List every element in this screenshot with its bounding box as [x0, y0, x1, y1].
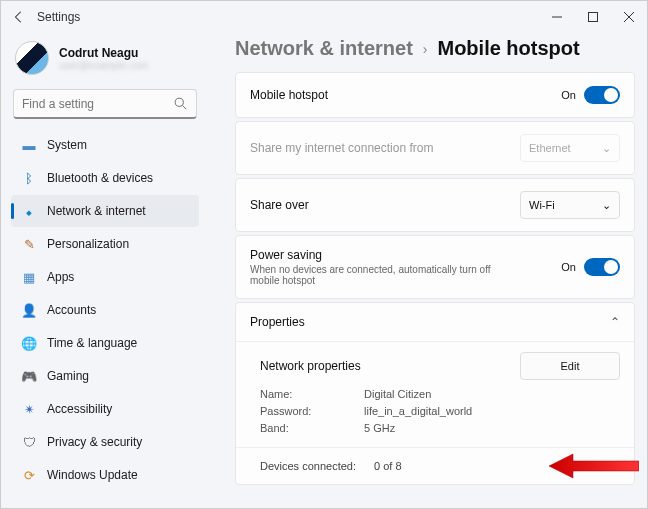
back-button[interactable] [7, 5, 31, 29]
sidebar-item-accounts[interactable]: 👤Accounts [11, 294, 199, 326]
globe-icon: 🌐 [21, 335, 37, 351]
sidebar-item-label: Accounts [47, 303, 96, 317]
sidebar-item-label: Bluetooth & devices [47, 171, 153, 185]
sidebar-item-label: Personalization [47, 237, 129, 251]
share-from-dropdown: Ethernet ⌄ [520, 134, 620, 162]
properties-header[interactable]: Properties ⌃ [236, 303, 634, 341]
close-button[interactable] [611, 1, 647, 33]
sidebar-item-label: Apps [47, 270, 74, 284]
hotspot-toggle[interactable] [584, 86, 620, 104]
devices-key: Devices connected: [260, 460, 356, 472]
row-label: Mobile hotspot [250, 88, 328, 102]
sidebar-item-label: Windows Update [47, 468, 138, 482]
dropdown-value: Wi-Fi [529, 199, 555, 211]
edit-button[interactable]: Edit [520, 352, 620, 380]
row-mobile-hotspot: Mobile hotspot On [235, 72, 635, 118]
sidebar-item-privacy[interactable]: 🛡Privacy & security [11, 426, 199, 458]
sidebar-item-network[interactable]: ⬥Network & internet [11, 195, 199, 227]
prop-name-value: Digital Citizen [364, 388, 431, 400]
chevron-right-icon: › [423, 41, 428, 57]
prop-password-key: Password: [260, 405, 360, 417]
breadcrumb: Network & internet › Mobile hotspot [235, 33, 635, 72]
sidebar-item-update[interactable]: ⟳Windows Update [11, 459, 199, 491]
apps-icon: ▦ [21, 269, 37, 285]
row-label: Share my internet connection from [250, 141, 433, 155]
sidebar-item-label: Accessibility [47, 402, 112, 416]
gaming-icon: 🎮 [21, 368, 37, 384]
sidebar: Codrut Neagu user@example.com ▬System ᛒB… [1, 33, 201, 508]
sidebar-item-label: Privacy & security [47, 435, 142, 449]
window-title: Settings [37, 10, 80, 24]
row-label: Share over [250, 198, 309, 212]
search-input[interactable] [22, 97, 172, 111]
svg-marker-4 [549, 454, 639, 478]
row-label: Power saving [250, 248, 500, 262]
user-block[interactable]: Codrut Neagu user@example.com [11, 37, 199, 83]
sidebar-item-apps[interactable]: ▦Apps [11, 261, 199, 293]
prop-band-value: 5 GHz [364, 422, 395, 434]
chevron-up-icon: ⌃ [610, 315, 620, 329]
search-box[interactable] [13, 89, 197, 119]
sidebar-item-personalization[interactable]: ✎Personalization [11, 228, 199, 260]
sidebar-item-accessibility[interactable]: ✴Accessibility [11, 393, 199, 425]
sidebar-item-label: Network & internet [47, 204, 146, 218]
devices-connected-row: Devices connected: 0 of 8 [236, 447, 634, 484]
main-panel: Network & internet › Mobile hotspot Mobi… [201, 33, 647, 508]
row-share-from: Share my internet connection from Ethern… [235, 121, 635, 175]
wifi-icon: ⬥ [21, 203, 37, 219]
search-icon [172, 96, 188, 112]
user-name: Codrut Neagu [59, 46, 148, 60]
sidebar-item-gaming[interactable]: 🎮Gaming [11, 360, 199, 392]
prop-password-value: life_in_a_digital_world [364, 405, 472, 417]
user-email: user@example.com [59, 60, 148, 71]
system-icon: ▬ [21, 137, 37, 153]
svg-line-3 [182, 106, 186, 110]
sidebar-item-time[interactable]: 🌐Time & language [11, 327, 199, 359]
sidebar-item-label: System [47, 138, 87, 152]
update-icon: ⟳ [21, 467, 37, 483]
accessibility-icon: ✴ [21, 401, 37, 417]
dropdown-value: Ethernet [529, 142, 571, 154]
row-share-over: Share over Wi-Fi ⌄ [235, 178, 635, 232]
brush-icon: ✎ [21, 236, 37, 252]
toggle-state: On [561, 261, 576, 273]
properties-section: Properties ⌃ Network properties Edit Nam… [235, 302, 635, 485]
share-over-dropdown[interactable]: Wi-Fi ⌄ [520, 191, 620, 219]
row-subtext: When no devices are connected, automatic… [250, 264, 500, 286]
toggle-state: On [561, 89, 576, 101]
maximize-button[interactable] [575, 1, 611, 33]
sidebar-item-label: Gaming [47, 369, 89, 383]
shield-icon: 🛡 [21, 434, 37, 450]
breadcrumb-parent[interactable]: Network & internet [235, 37, 413, 60]
sidebar-item-system[interactable]: ▬System [11, 129, 199, 161]
breadcrumb-current: Mobile hotspot [437, 37, 579, 60]
avatar [15, 41, 49, 75]
bluetooth-icon: ᛒ [21, 170, 37, 186]
svg-rect-1 [589, 13, 598, 22]
row-power-saving: Power saving When no devices are connect… [235, 235, 635, 299]
chevron-down-icon: ⌄ [602, 142, 611, 155]
prop-name-key: Name: [260, 388, 360, 400]
minimize-button[interactable] [539, 1, 575, 33]
titlebar: Settings [1, 1, 647, 33]
accounts-icon: 👤 [21, 302, 37, 318]
properties-title: Properties [250, 315, 305, 329]
chevron-down-icon: ⌄ [602, 199, 611, 212]
sidebar-item-label: Time & language [47, 336, 137, 350]
prop-band-key: Band: [260, 422, 360, 434]
sidebar-item-bluetooth[interactable]: ᛒBluetooth & devices [11, 162, 199, 194]
svg-point-2 [175, 98, 183, 106]
network-properties-label: Network properties [260, 359, 361, 373]
callout-arrow [549, 448, 639, 484]
powersave-toggle[interactable] [584, 258, 620, 276]
devices-value: 0 of 8 [374, 460, 402, 472]
